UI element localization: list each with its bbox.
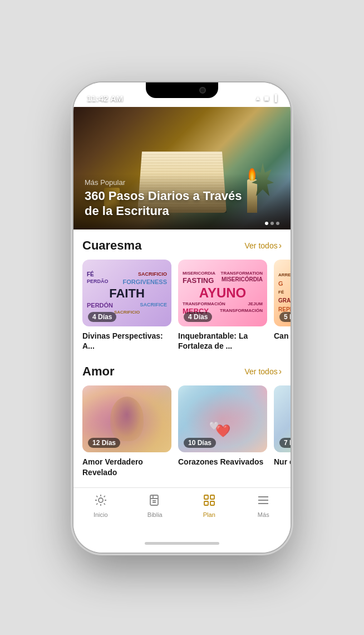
svg-rect-14: [204, 495, 208, 499]
menu-icon: [257, 494, 270, 509]
home-indicator: [73, 534, 291, 553]
nav-item-mas[interactable]: Más: [237, 494, 291, 518]
svg-point-0: [99, 498, 103, 502]
amor-card-3-title: Nur el A: [274, 457, 291, 467]
cuaresma-card-can[interactable]: ARREPENTIMIENTO G FÉ GRACIA REPENTIMIENT…: [274, 260, 291, 351]
nav-item-biblia[interactable]: Biblia: [128, 494, 183, 518]
cuaresma-card-2-image: MISERICORDIA TRANSFORMATION FASTING MISE…: [178, 260, 267, 326]
bottom-nav: Inicio Biblia: [73, 487, 291, 534]
misericordia-pink-label: MISERICÓRDIA: [222, 276, 263, 285]
nav-plan-label: Plan: [203, 511, 215, 518]
transformacion-row: TRANSFORMACIÓN JEJUM: [183, 301, 263, 306]
cuaresma-card-1-title: Divinas Perspectivas: A...: [82, 331, 171, 351]
amor-cards-row[interactable]: 12 Días Amor Verdadero Revelado ❤️ 🤍 10 …: [73, 385, 291, 477]
wifi-icon: ▲: [255, 94, 262, 102]
hero-dots: [265, 222, 279, 225]
cuaresma-card-divinas[interactable]: FÉ SACRIFICIO PERDÃO FORGIVENESS FAITH P…: [82, 260, 171, 351]
signal-icon: ◼: [264, 94, 269, 102]
cuaresma-link[interactable]: Ver todos: [245, 241, 282, 251]
cuaresma-card-3-badge: 5 D: [279, 312, 291, 322]
perdon-label: PERDÓN: [87, 302, 113, 309]
hero-dot-1: [265, 222, 268, 225]
grid-icon: [203, 494, 216, 509]
amor-card-3-badge: 7 D: [279, 438, 291, 448]
amor-card-corazones[interactable]: ❤️ 🤍 10 Días Corazones Reavivados: [178, 385, 267, 477]
ayuno-words: MISERICORDIA TRANSFORMATION FASTING MISE…: [183, 271, 263, 315]
faith-words: FÉ SACRIFICIO PERDÃO FORGIVENESS FAITH P…: [87, 271, 167, 315]
battery-icon: ▐: [272, 94, 277, 102]
amor-header: Amor Ver todos: [73, 364, 291, 379]
sacrifice-label: SACRIFICE: [140, 302, 167, 309]
hero-dot-2: [270, 222, 274, 225]
svg-line-7: [96, 504, 97, 505]
faith-main-label: FAITH: [109, 286, 145, 301]
ayuno-top-row: MISERICORDIA TRANSFORMATION: [183, 271, 263, 276]
cuaresma-card-1-badge: 4 Días: [88, 312, 116, 322]
amor-card-2-title: Corazones Reavivados: [178, 457, 267, 467]
nav-inicio-label: Inicio: [94, 511, 108, 518]
status-icons: ▲ ◼ ▐: [255, 94, 277, 102]
amor-card-verdadero[interactable]: 12 Días Amor Verdadero Revelado: [82, 385, 171, 477]
amor-card-1-badge: 12 Días: [88, 438, 120, 448]
perdao-label: PERDÃO: [87, 279, 109, 285]
svg-rect-16: [204, 501, 208, 505]
amor-link[interactable]: Ver todos: [245, 367, 282, 377]
amor-card-nur[interactable]: 7 D Nur el A: [274, 385, 291, 477]
svg-line-5: [96, 496, 97, 497]
fasting-label: FASTING: [183, 276, 214, 285]
svg-rect-17: [210, 501, 214, 505]
amor-card-2-image: ❤️ 🤍 10 Días: [178, 385, 267, 452]
home-bar: [145, 542, 219, 545]
cuaresma-header: Cuaresma Ver todos: [73, 238, 291, 253]
nav-mas-label: Más: [258, 511, 269, 518]
nav-item-inicio[interactable]: Inicio: [73, 494, 128, 518]
ayuno-main-label: AYUNO: [199, 285, 246, 301]
fe-label: FÉ: [87, 271, 94, 277]
amor-title: Amor: [82, 364, 114, 379]
fasting-row: FASTING MISERICÓRDIA: [183, 276, 263, 285]
cuaresma-card-inquebrantable[interactable]: MISERICORDIA TRANSFORMATION FASTING MISE…: [178, 260, 267, 351]
personal-section: Personal Ver todos: [73, 482, 291, 487]
amor-card-1-image: 12 Días: [82, 385, 171, 452]
book-icon: [148, 494, 161, 509]
faith-row-2: PERDÃO FORGIVENESS: [87, 279, 167, 285]
cuaresma-title: Cuaresma: [82, 238, 141, 253]
jejum-label: JEJUM: [248, 301, 263, 306]
amor-section: Amor Ver todos 12 Días Amor Verdadero Re…: [73, 355, 291, 481]
hero-title: 360 Pasos Diarios a Travésde la Escritur…: [85, 189, 279, 218]
notch: [146, 82, 218, 98]
cuaresma-card-3-title: Can Ilun: [274, 331, 291, 341]
forgiveness-label: FORGIVENESS: [123, 279, 167, 285]
phone-frame: 11:42 AM ▲ ◼ ▐ Más Popular 360 Pasos Dia…: [73, 82, 291, 553]
misericordia-top-label: MISERICORDIA: [183, 271, 215, 276]
amor-card-3-image: 7 D: [274, 385, 291, 452]
cuaresma-card-2-title: Inquebrantable: La Fortaleza de ...: [178, 331, 267, 351]
hero-banner[interactable]: Más Popular 360 Pasos Diarios a Travésde…: [73, 107, 291, 229]
svg-line-6: [104, 504, 105, 505]
front-camera: [199, 87, 206, 94]
sun-icon: [94, 494, 107, 509]
svg-line-8: [104, 496, 105, 497]
amor-card-1-title: Amor Verdadero Revelado: [82, 457, 171, 477]
screen-content[interactable]: Más Popular 360 Pasos Diarios a Travésde…: [73, 82, 291, 487]
arrepentimiento-words: ARREPENTIMIENTO G FÉ GRACIA REPENTIMIENT…: [278, 272, 291, 314]
cuaresma-card-3-image: ARREPENTIMIENTO G FÉ GRACIA REPENTIMIENT…: [274, 260, 291, 326]
svg-rect-9: [150, 495, 158, 505]
svg-rect-15: [210, 495, 214, 499]
status-time: 11:42 AM: [87, 94, 123, 103]
cuaresma-card-1-image: FÉ SACRIFICIO PERDÃO FORGIVENESS FAITH P…: [82, 260, 171, 326]
hero-subtitle: Más Popular: [85, 178, 279, 187]
transformacion-bottom-label: TRANSFORMACIÓN: [220, 308, 263, 315]
nav-item-plan[interactable]: Plan: [182, 494, 237, 518]
cuaresma-card-2-badge: 4 Días: [184, 312, 212, 322]
transformacion-label: TRANSFORMACIÓN: [183, 301, 225, 306]
transformation-top-label: TRANSFORMATION: [221, 271, 263, 276]
nav-biblia-label: Biblia: [147, 511, 163, 518]
cuaresma-cards-row[interactable]: FÉ SACRIFICIO PERDÃO FORGIVENESS FAITH P…: [73, 260, 291, 351]
hero-text: Más Popular 360 Pasos Diarios a Travésde…: [85, 178, 279, 218]
hero-dot-3: [276, 222, 279, 225]
faith-row-3: PERDÓN SACRIFICE: [87, 302, 167, 309]
amor-card-2-badge: 10 Días: [184, 438, 216, 448]
sacrificio-label-top: SACRIFICIO: [138, 271, 167, 277]
sacrificio-bottom-label: SACRIFICIO: [114, 310, 140, 315]
